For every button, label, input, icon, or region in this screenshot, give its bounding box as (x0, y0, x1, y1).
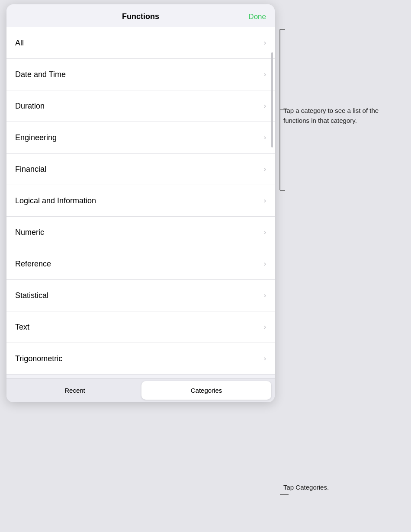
scrollbar-thumb (271, 52, 273, 147)
chevron-icon-trigonometric: › (264, 355, 266, 362)
chevron-icon-numeric: › (264, 228, 266, 236)
list-item-all[interactable]: All› (6, 27, 275, 59)
callout-top-text: Tap a category to see a list of the func… (283, 106, 396, 125)
chevron-icon-engineering: › (264, 134, 266, 141)
chevron-icon-reference: › (264, 260, 266, 268)
list-item-duration[interactable]: Duration› (6, 90, 275, 122)
list-item-trigonometric[interactable]: Trigonometric› (6, 343, 275, 375)
done-button[interactable]: Done (248, 13, 266, 21)
chevron-icon-statistical: › (264, 292, 266, 299)
list-item-label-trigonometric: Trigonometric (15, 354, 62, 363)
list-item-logical-and-information[interactable]: Logical and Information› (6, 185, 275, 217)
bottom-tab-bar: Recent Categories (6, 378, 275, 402)
chevron-icon-financial: › (264, 165, 266, 173)
list-item-label-duration: Duration (15, 102, 45, 111)
chevron-icon-date-and-time: › (264, 71, 266, 78)
panel-title: Functions (122, 12, 159, 21)
list-item-label-numeric: Numeric (15, 228, 44, 237)
list-item-numeric[interactable]: Numeric› (6, 217, 275, 248)
list-item-financial[interactable]: Financial› (6, 154, 275, 185)
panel-header: Functions Done (6, 4, 275, 27)
list-item-date-and-time[interactable]: Date and Time› (6, 59, 275, 90)
list-item-label-logical-and-information: Logical and Information (15, 196, 96, 205)
scrollbar-track[interactable] (271, 52, 273, 348)
list-container: All›Date and Time›Duration›Engineering›F… (6, 27, 275, 378)
tab-recent[interactable]: Recent (10, 381, 140, 400)
chevron-icon-text: › (264, 323, 266, 331)
tab-categories[interactable]: Categories (141, 381, 271, 400)
list-item-label-statistical: Statistical (15, 291, 48, 300)
functions-panel: Functions Done All›Date and Time›Duratio… (6, 4, 275, 402)
chevron-icon-logical-and-information: › (264, 197, 266, 205)
list-item-label-reference: Reference (15, 260, 51, 269)
list-item-label-text: Text (15, 323, 29, 332)
list-item-statistical[interactable]: Statistical› (6, 280, 275, 311)
chevron-icon-duration: › (264, 102, 266, 110)
list-item-engineering[interactable]: Engineering› (6, 122, 275, 154)
list-item-text[interactable]: Text› (6, 311, 275, 343)
callout-bottom-text: Tap Categories. (283, 483, 387, 493)
list-item-label-all: All (15, 38, 24, 48)
list-item-reference[interactable]: Reference› (6, 248, 275, 280)
callout-area: Tap a category to see a list of the func… (279, 0, 411, 532)
chevron-icon-all: › (264, 39, 266, 47)
list-item-label-engineering: Engineering (15, 133, 57, 142)
list-item-label-date-and-time: Date and Time (15, 70, 66, 79)
category-list: All›Date and Time›Duration›Engineering›F… (6, 27, 275, 375)
list-item-label-financial: Financial (15, 165, 46, 174)
